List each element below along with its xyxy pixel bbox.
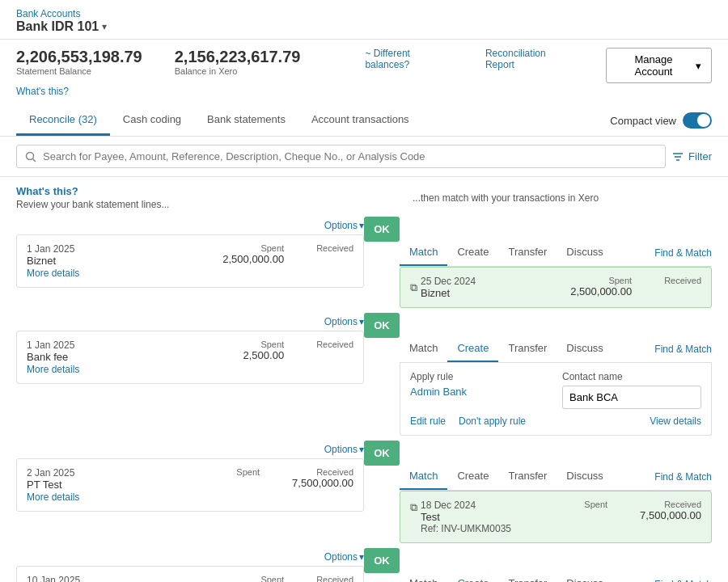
options-row-1: Options ▾ — [16, 217, 364, 234]
tx-amounts-3: Spent Received 7,500,000.00 — [236, 467, 353, 489]
dup-icon-3: ⧉ — [410, 501, 417, 514]
matched-tx-3: ⧉ 18 Dec 2024 Test Ref: INV-UMKM0035 Spe… — [400, 491, 712, 543]
reconcile-row-1: Options ▾ 1 Jan 2025 Biznet More details… — [16, 217, 712, 308]
ok-button-3[interactable]: OK — [364, 441, 400, 466]
bank-name: Bank IDR 101 — [16, 19, 99, 34]
xero-balance: 2,156,223,617.79 Balance in Xero — [175, 48, 301, 76]
options-row-2: Options ▾ — [16, 313, 364, 331]
whats-this-link[interactable]: What's this? — [16, 86, 69, 97]
match-tab-create-3[interactable]: Create — [447, 463, 498, 490]
filter-button[interactable]: Filter — [672, 150, 712, 162]
tx-date-3: 2 Jan 2025 — [27, 467, 236, 479]
balances-section: 2,206,553,198.79 Statement Balance 2,156… — [0, 40, 728, 85]
tx-card-left-3: 2 Jan 2025 PT Test More details Spent Re… — [16, 458, 364, 512]
matched-tx-row-1: ⧉ 25 Dec 2024 Biznet Spent 2,500,000.00 — [410, 276, 701, 299]
tx-info-2: 1 Jan 2025 Bank fee More details — [27, 340, 243, 375]
match-tab-transfer-2[interactable]: Transfer — [498, 335, 557, 362]
find-match-4[interactable]: Find & Match — [654, 579, 712, 583]
matched-tx-left-1: ⧉ 25 Dec 2024 Biznet — [410, 276, 570, 299]
tx-name-3: PT Test — [27, 479, 236, 491]
ok-button-1[interactable]: OK — [364, 217, 400, 242]
reconcile-row-2: Options ▾ 1 Jan 2025 Bank fee More detai… — [16, 313, 712, 436]
tx-amounts-1: Spent 2,500,000.00 Received — [222, 243, 353, 265]
right-col-1: Match Create Transfer Discuss Find & Mat… — [400, 217, 712, 308]
apply-rule-label: Apply rule — [410, 371, 549, 382]
banner-right-desc: ...then match with your transactions in … — [413, 192, 599, 204]
ok-button-2[interactable]: OK — [364, 313, 400, 338]
edit-rule-link[interactable]: Edit rule — [410, 415, 446, 427]
tx-name-1: Biznet — [27, 255, 222, 267]
match-tab-discuss-3[interactable]: Discuss — [557, 463, 613, 490]
match-tab-transfer-1[interactable]: Transfer — [498, 239, 557, 266]
options-button-4[interactable]: Options ▾ — [324, 551, 364, 563]
match-tabs-4: Match Create Transfer Discuss Find & Mat… — [400, 571, 712, 582]
options-button-1[interactable]: Options ▾ — [324, 220, 364, 231]
tx-header-3: 2 Jan 2025 PT Test More details Spent Re… — [27, 467, 353, 503]
reconciliation-report-link[interactable]: Reconciliation Report — [485, 48, 574, 70]
tx-card-left-1: 1 Jan 2025 Biznet More details Spent 2,5… — [16, 234, 364, 288]
match-tab-discuss-1[interactable]: Discuss — [557, 239, 613, 266]
tab-bank-statements[interactable]: Bank statements — [194, 105, 298, 136]
find-match-3[interactable]: Find & Match — [654, 471, 712, 483]
match-tab-match-2[interactable]: Match — [400, 335, 447, 362]
tab-account-transactions[interactable]: Account transactions — [298, 105, 422, 136]
apply-rule-link[interactable]: Admin Bank — [410, 386, 467, 398]
compact-view-toggle-container: Compact view — [610, 112, 712, 129]
filter-label: Filter — [688, 150, 712, 162]
tab-cash-coding[interactable]: Cash coding — [110, 105, 194, 136]
view-details-link[interactable]: View details — [650, 415, 701, 427]
match-tab-transfer-3[interactable]: Transfer — [498, 463, 557, 490]
match-tab-match-4[interactable]: Match — [400, 571, 447, 582]
match-tab-match-3[interactable]: Match — [400, 463, 447, 490]
reconcile-row-3: Options ▾ 2 Jan 2025 PT Test More detail… — [16, 441, 712, 543]
manage-account-button[interactable]: Manage Account ▾ — [606, 48, 712, 83]
match-tab-discuss-4[interactable]: Discuss — [557, 571, 613, 582]
options-button-2[interactable]: Options ▾ — [324, 316, 364, 327]
match-tab-create-1[interactable]: Create — [447, 239, 498, 266]
search-icon — [25, 151, 36, 162]
match-tab-match-1[interactable]: Match — [400, 239, 447, 266]
statement-balance-label: Statement Balance — [16, 66, 142, 76]
tx-amounts-2: Spent 2,500.00 Received — [243, 340, 353, 361]
different-balances-link[interactable]: ~ Different balances? — [365, 48, 453, 70]
tab-reconcile[interactable]: Reconcile (32) — [16, 105, 110, 136]
filter-icon — [672, 152, 684, 162]
left-col-4: Options ▾ 10 Jan 2025 Spent Rec — [16, 548, 364, 582]
tx-more-3[interactable]: More details — [27, 491, 79, 503]
toggle-knob — [697, 114, 710, 127]
tx-header-4: 10 Jan 2025 Spent Received — [27, 575, 353, 582]
statement-balance-amount: 2,206,553,198.79 — [16, 48, 142, 66]
compact-view-toggle[interactable] — [683, 112, 712, 129]
tx-header-2: 1 Jan 2025 Bank fee More details Spent 2… — [27, 340, 353, 375]
top-header: Bank Accounts Bank IDR 101 ▾ — [0, 0, 728, 40]
bank-name-row: Bank IDR 101 ▾ — [16, 19, 712, 34]
options-button-3[interactable]: Options ▾ — [324, 444, 364, 455]
match-tab-create-4[interactable]: Create — [447, 571, 498, 582]
contact-name-input[interactable] — [562, 386, 701, 409]
apply-rule-col: Apply rule Admin Bank — [410, 371, 549, 409]
bank-accounts-link[interactable]: Bank Accounts — [16, 8, 712, 19]
right-col-3: Match Create Transfer Discuss Find & Mat… — [400, 441, 712, 543]
xero-balance-amount: 2,156,223,617.79 — [175, 48, 301, 66]
match-tab-discuss-2[interactable]: Discuss — [557, 335, 613, 362]
tx-more-2[interactable]: More details — [27, 364, 79, 375]
main-tabs: Reconcile (32) Cash coding Bank statemen… — [0, 105, 728, 137]
tx-date-4: 10 Jan 2025 — [27, 575, 260, 582]
match-tabs-2: Match Create Transfer Discuss Find & Mat… — [400, 335, 712, 363]
dont-apply-rule-link[interactable]: Don't apply rule — [459, 415, 526, 427]
tx-info-4: 10 Jan 2025 — [27, 575, 260, 582]
search-input[interactable] — [43, 150, 657, 162]
match-tab-create-2[interactable]: Create — [447, 335, 498, 362]
left-col-1: Options ▾ 1 Jan 2025 Biznet More details… — [16, 217, 364, 289]
tx-info-3: 2 Jan 2025 PT Test More details — [27, 467, 236, 503]
match-tabs-3: Match Create Transfer Discuss Find & Mat… — [400, 463, 712, 491]
tx-more-1[interactable]: More details — [27, 268, 79, 279]
find-match-1[interactable]: Find & Match — [654, 247, 712, 259]
contact-name-label: Contact name — [562, 371, 701, 382]
bank-dropdown-icon[interactable]: ▾ — [102, 21, 107, 32]
match-tab-transfer-4[interactable]: Transfer — [498, 571, 557, 582]
find-match-2[interactable]: Find & Match — [654, 344, 712, 355]
ok-button-4[interactable]: OK — [364, 548, 400, 573]
banner-left-desc: Review your bank statement lines... — [16, 199, 364, 210]
left-col-3: Options ▾ 2 Jan 2025 PT Test More detail… — [16, 441, 364, 513]
